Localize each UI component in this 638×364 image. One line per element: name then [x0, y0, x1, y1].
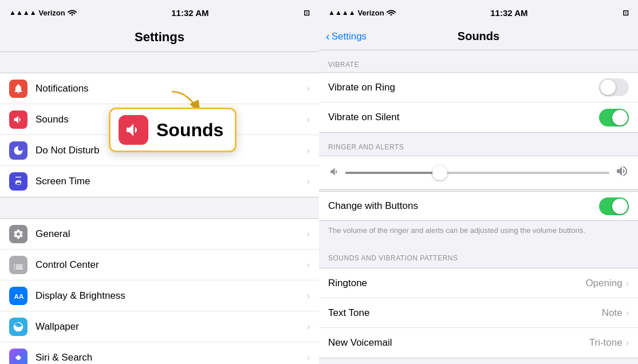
vibrate-silent-thumb — [612, 110, 628, 125]
right-status-right: ⊡ — [623, 9, 629, 17]
change-with-buttons-thumb — [612, 199, 628, 214]
carrier-label: Verizon — [39, 9, 65, 17]
settings-group-2: General › Control Center › AA Display & … — [0, 218, 319, 364]
slider-thumb[interactable] — [432, 165, 447, 180]
sounds-chevron: › — [307, 114, 310, 125]
settings-item-general[interactable]: General › — [0, 219, 319, 250]
right-panel: ▲▲▲▲ Verizon 11:32 AM ⊡ ‹ Settings Sound… — [319, 0, 638, 364]
wallpaper-chevron: › — [307, 322, 310, 332]
new-voicemail-item[interactable]: New Voicemail Tri-tone › — [319, 328, 638, 358]
battery-icon: ⊡ — [304, 9, 310, 17]
settings-item-notifications[interactable]: Notifications › — [0, 73, 319, 104]
new-voicemail-label: New Voicemail — [328, 337, 589, 349]
siri-chevron: › — [307, 353, 310, 363]
vibrate-header: VIBRATE — [319, 50, 638, 72]
section-gap-1 — [0, 52, 319, 73]
status-bar-left-section: ▲▲▲▲ Verizon — [9, 9, 77, 17]
settings-title: Settings — [0, 25, 319, 52]
dnd-icon — [9, 141, 27, 160]
slider-fill — [345, 172, 438, 174]
volume-high-icon — [615, 164, 629, 181]
settings-item-control-center[interactable]: Control Center › — [0, 250, 319, 280]
patterns-header: SOUNDS AND VIBRATION PATTERNS — [319, 244, 638, 266]
right-signal-icon: ▲▲▲▲ — [328, 9, 356, 17]
sounds-icon — [9, 110, 27, 129]
callout-text: Sounds — [156, 120, 223, 141]
status-bar-right-section: ⊡ — [304, 9, 310, 17]
helper-text: The volume of the ringer and alerts can … — [319, 221, 638, 244]
sounds-nav-title: Sounds — [458, 30, 499, 43]
volume-low-icon — [328, 166, 340, 180]
wallpaper-label: Wallpaper — [36, 321, 304, 333]
screen-time-chevron: › — [307, 176, 310, 187]
notifications-icon — [9, 80, 27, 98]
wallpaper-icon — [9, 318, 27, 336]
siri-label: Siri & Search — [36, 352, 304, 363]
ringtone-value: Opening — [585, 278, 622, 289]
vibrate-silent-toggle[interactable] — [599, 109, 629, 126]
display-icon: AA — [9, 287, 27, 305]
right-status-left: ▲▲▲▲ Verizon — [328, 9, 396, 17]
vibrate-ring-thumb — [600, 80, 616, 95]
ringer-header: RINGER AND ALERTS — [319, 133, 638, 155]
ringtone-item[interactable]: Ringtone Opening › — [319, 268, 638, 298]
text-tone-item[interactable]: Text Tone Note › — [319, 298, 638, 328]
svg-point-2 — [17, 355, 20, 359]
vibrate-group: Vibrate on Ring Vibrate on Silent — [319, 72, 638, 133]
wifi-icon — [68, 9, 77, 17]
display-chevron: › — [307, 291, 310, 301]
change-with-buttons-label: Change with Buttons — [328, 200, 599, 212]
text-tone-chevron: › — [626, 308, 629, 318]
vibrate-ring-toggle[interactable] — [599, 78, 629, 96]
vibrate-ring-label: Vibrate on Ring — [328, 82, 599, 93]
settings-item-wallpaper[interactable]: Wallpaper › — [0, 311, 319, 342]
right-battery-icon: ⊡ — [623, 9, 629, 17]
display-label: Display & Brightness — [36, 290, 304, 302]
new-voicemail-value: Tri-tone — [589, 337, 623, 349]
right-wifi-icon — [387, 9, 396, 17]
svg-text:AA: AA — [14, 292, 24, 300]
ringtone-chevron: › — [626, 278, 629, 288]
vibrate-silent-label: Vibrate on Silent — [328, 112, 599, 123]
status-bar-left: ▲▲▲▲ Verizon 11:32 AM ⊡ — [0, 0, 319, 25]
back-button[interactable]: ‹ Settings — [326, 30, 367, 43]
new-voicemail-chevron: › — [626, 338, 629, 348]
settings-list: Notifications › Sounds › Do Not Disturb … — [0, 52, 319, 364]
general-chevron: › — [307, 229, 310, 239]
right-carrier-label: Verizon — [358, 9, 384, 17]
right-time-label: 11:32 AM — [490, 8, 527, 18]
settings-item-display[interactable]: AA Display & Brightness › — [0, 280, 319, 311]
sounds-content: VIBRATE Vibrate on Ring Vibrate on Silen… — [319, 50, 638, 364]
change-with-buttons-item[interactable]: Change with Buttons — [319, 191, 638, 221]
text-tone-value: Note — [602, 307, 623, 319]
control-center-chevron: › — [307, 260, 310, 270]
time-label: 11:32 AM — [171, 8, 208, 18]
patterns-group: Ringtone Opening › Text Tone Note › New … — [319, 268, 638, 358]
callout-icon — [119, 115, 148, 145]
settings-item-screen-time[interactable]: Screen Time › — [0, 166, 319, 197]
control-center-label: Control Center — [36, 259, 304, 271]
siri-icon — [9, 349, 27, 365]
change-with-buttons-toggle[interactable] — [599, 197, 629, 215]
settings-item-siri[interactable]: Siri & Search › — [0, 342, 319, 364]
sounds-nav: ‹ Settings Sounds — [319, 25, 638, 50]
vibrate-ring-item[interactable]: Vibrate on Ring — [319, 73, 638, 102]
signal-icon: ▲▲▲▲ — [9, 9, 37, 17]
volume-slider-row — [319, 156, 638, 190]
control-center-icon — [9, 256, 27, 274]
notifications-label: Notifications — [36, 83, 304, 94]
text-tone-label: Text Tone — [328, 307, 602, 319]
volume-slider-track[interactable] — [345, 172, 609, 174]
left-panel: ▲▲▲▲ Verizon 11:32 AM ⊡ Settings Notific… — [0, 0, 319, 364]
callout-overlay: Sounds — [109, 108, 237, 152]
screen-time-label: Screen Time — [36, 176, 304, 187]
general-label: General — [36, 228, 304, 240]
screen-time-icon — [9, 172, 27, 191]
dnd-chevron: › — [307, 145, 310, 156]
back-label: Settings — [332, 31, 367, 42]
general-icon — [9, 225, 27, 243]
status-bar-right: ▲▲▲▲ Verizon 11:32 AM ⊡ — [319, 0, 638, 25]
vibrate-silent-item[interactable]: Vibrate on Silent — [319, 102, 638, 132]
back-chevron-icon: ‹ — [326, 30, 330, 43]
ringtone-label: Ringtone — [328, 278, 585, 289]
